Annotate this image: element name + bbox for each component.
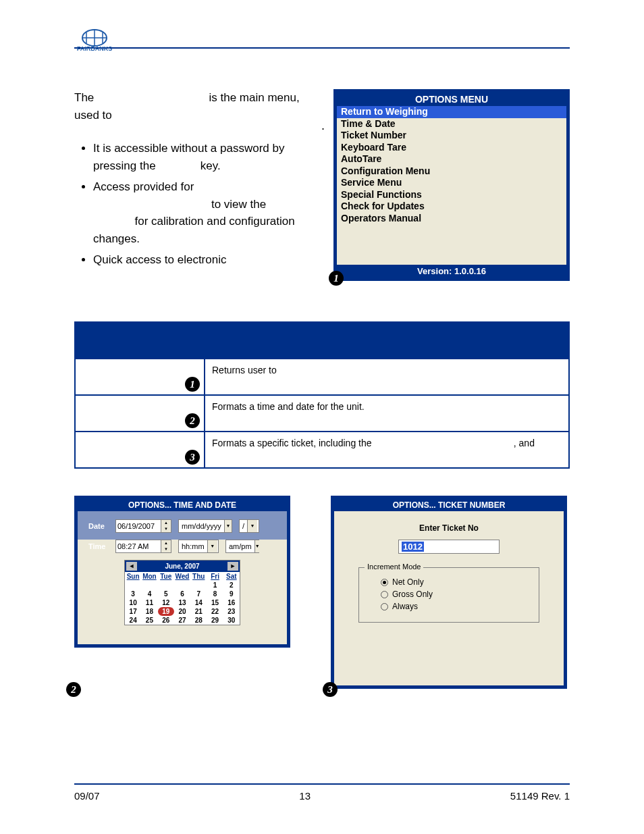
increment-mode-fieldset: Increment Mode Net Only Gross Only Alway…	[358, 567, 539, 623]
page-footer: 09/07 13 51149 Rev. 1	[74, 783, 570, 802]
cal-day[interactable]: 13	[174, 598, 190, 607]
menu-item-keyboard-tare[interactable]: Keyboard Tare	[337, 142, 566, 154]
cal-day[interactable]: 2	[223, 581, 240, 590]
ticket-number-input[interactable]: 1012	[398, 540, 500, 554]
cal-day[interactable]: 16	[223, 598, 240, 607]
cal-day[interactable]: 7	[190, 590, 207, 598]
options-menu-list: Return to Weighing Time & Date Ticket Nu…	[337, 106, 566, 224]
cal-day[interactable]: 18	[141, 607, 157, 616]
cal-day[interactable]: 15	[207, 598, 223, 607]
menu-item-special[interactable]: Special Functions	[337, 189, 566, 201]
cal-day[interactable]: 4	[141, 590, 157, 598]
callout-3-inline: 3	[185, 450, 200, 465]
table-cell: Formats a time and date for the unit.	[205, 395, 569, 432]
cal-day[interactable]: 14	[190, 598, 207, 607]
cal-day[interactable]	[158, 581, 174, 590]
menu-item-service[interactable]: Service Menu	[337, 177, 566, 189]
cal-day[interactable]: 22	[207, 607, 223, 616]
cal-day[interactable]: 19	[158, 607, 174, 616]
cal-day[interactable]	[190, 581, 207, 590]
cal-day[interactable]: 8	[207, 590, 223, 598]
calendar[interactable]: ◄ June, 2007 ► SunMonTueWedThuFriSat1234…	[124, 560, 240, 625]
cal-day[interactable]: 28	[190, 616, 207, 625]
callout-2: 2	[66, 682, 81, 697]
date-spinner[interactable]: ▲▼	[115, 519, 171, 533]
cal-prev[interactable]: ◄	[126, 562, 137, 571]
table-row: 3	[75, 432, 205, 468]
ampm-combo[interactable]: am/pm▼	[225, 540, 259, 553]
enter-ticket-label: Enter Ticket No	[345, 523, 553, 533]
fairbanks-logo: FAIRBANKS	[74, 28, 115, 60]
options-menu-panel: OPTIONS MENU Return to Weighing Time & D…	[333, 89, 570, 281]
cal-day[interactable]: 10	[125, 598, 141, 607]
cal-day[interactable]: 3	[125, 590, 141, 598]
cal-day[interactable]: 26	[158, 616, 174, 625]
date-label: Date	[88, 522, 109, 530]
cal-day[interactable]	[141, 581, 157, 590]
cal-day[interactable]: 1	[207, 581, 223, 590]
menu-item-time-date[interactable]: Time & Date	[337, 118, 566, 130]
cal-day[interactable]: 24	[125, 616, 141, 625]
cal-day[interactable]: 29	[207, 616, 223, 625]
callout-1-inline: 1	[185, 377, 200, 392]
radio-always[interactable]: Always	[381, 602, 527, 611]
callout-2-inline: 2	[185, 413, 200, 428]
version-label: Version: 1.0.0.16	[337, 265, 566, 278]
date-input[interactable]	[116, 522, 161, 530]
bullet-list: It is accessible without a password by p…	[74, 140, 313, 269]
menu-item-autotare[interactable]: AutoTare	[337, 153, 566, 165]
footer-rev: 51149 Rev. 1	[510, 790, 570, 802]
time-date-dialog: OPTIONS... TIME AND DATE Date ▲▼ mm/dd/y…	[74, 496, 290, 648]
cal-day[interactable]: 23	[223, 607, 240, 616]
ticket-title: OPTIONS... TICKET NUMBER	[334, 499, 564, 511]
menu-item-ticket-number[interactable]: Ticket Number	[337, 130, 566, 142]
table-header-right	[205, 322, 569, 359]
ticket-dialog: OPTIONS... TICKET NUMBER Enter Ticket No…	[331, 496, 567, 689]
menu-item-manual[interactable]: Operators Manual	[337, 213, 566, 225]
cal-day[interactable]: 20	[174, 607, 190, 616]
cal-day[interactable]: 30	[223, 616, 240, 625]
table-cell: Formats a specific ticket, including the…	[205, 432, 569, 468]
cal-day[interactable]: 25	[141, 616, 157, 625]
radio-gross-only[interactable]: Gross Only	[381, 590, 527, 599]
radio-net-only[interactable]: Net Only	[381, 577, 527, 587]
menu-item-updates[interactable]: Check for Updates	[337, 201, 566, 213]
page-header: FAIRBANKS	[74, 34, 570, 49]
cal-day[interactable]: 27	[174, 616, 190, 625]
time-date-title: OPTIONS... TIME AND DATE	[78, 499, 287, 511]
cal-day[interactable]	[174, 581, 190, 590]
cal-day[interactable]: 17	[125, 607, 141, 616]
dot: .	[321, 119, 325, 133]
table-row: 2	[75, 395, 205, 432]
menu-item-return[interactable]: Return to Weighing	[337, 106, 566, 118]
cal-month: June, 2007	[165, 563, 199, 570]
time-label: Time	[88, 542, 109, 550]
increment-legend: Increment Mode	[365, 563, 423, 571]
cal-day[interactable]: 6	[174, 590, 190, 598]
cal-day[interactable]: 5	[158, 590, 174, 598]
footer-page: 13	[299, 790, 311, 802]
table-row: 1	[75, 359, 205, 395]
cal-next[interactable]: ►	[227, 562, 238, 571]
menu-item-config[interactable]: Configuration Menu	[337, 165, 566, 178]
time-format-combo[interactable]: hh:mm▼	[178, 540, 219, 553]
cal-day[interactable]: 12	[158, 598, 174, 607]
date-sep-combo[interactable]: /▼	[239, 519, 259, 533]
time-input[interactable]	[116, 542, 161, 550]
cal-day[interactable]	[125, 581, 141, 590]
table-cell: Returns user to	[205, 359, 569, 395]
description-table: 1 Returns user to 2 Formats a time and d…	[74, 321, 570, 469]
callout-3: 3	[323, 682, 338, 697]
options-menu-title: OPTIONS MENU	[337, 93, 566, 106]
time-spinner[interactable]: ▲▼	[115, 540, 171, 553]
cal-day[interactable]: 11	[141, 598, 157, 607]
cal-day[interactable]: 9	[223, 590, 240, 598]
svg-text:FAIRBANKS: FAIRBANKS	[77, 45, 113, 52]
cal-day[interactable]: 21	[190, 607, 207, 616]
date-format-combo[interactable]: mm/dd/yyyy▼	[178, 519, 232, 533]
callout-1: 1	[329, 271, 344, 286]
intro-text: The _________________ is the main menu, …	[74, 89, 313, 280]
footer-date: 09/07	[74, 790, 100, 802]
table-header-left	[75, 322, 205, 359]
